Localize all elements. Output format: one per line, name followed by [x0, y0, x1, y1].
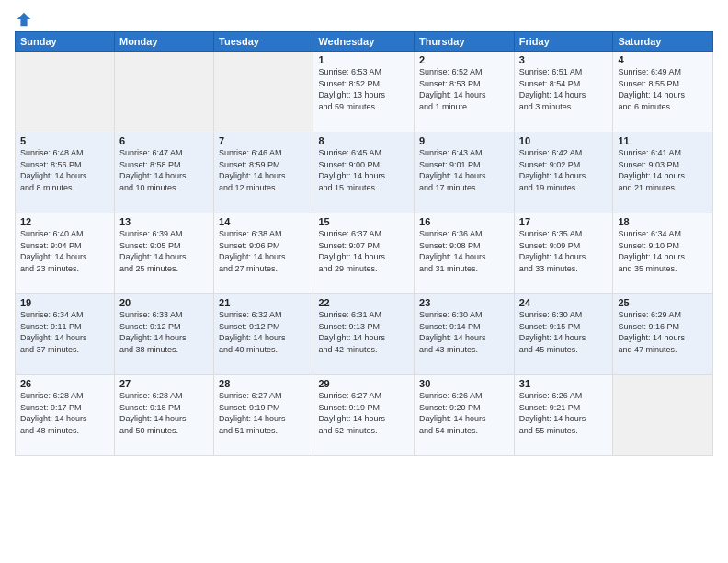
day-number: 25 [618, 297, 708, 308]
calendar-cell: 7Sunrise: 6:46 AM Sunset: 8:59 PM Daylig… [214, 132, 313, 213]
day-number: 9 [419, 135, 509, 146]
day-info: Sunrise: 6:48 AM Sunset: 8:56 PM Dayligh… [20, 147, 109, 193]
day-info: Sunrise: 6:34 AM Sunset: 9:11 PM Dayligh… [20, 309, 109, 355]
calendar-cell: 14Sunrise: 6:38 AM Sunset: 9:06 PM Dayli… [214, 213, 313, 294]
header [15, 11, 713, 24]
day-info: Sunrise: 6:30 AM Sunset: 9:15 PM Dayligh… [519, 309, 609, 355]
calendar-cell: 31Sunrise: 6:26 AM Sunset: 9:21 PM Dayli… [514, 375, 613, 456]
day-header-friday: Friday [514, 32, 613, 52]
day-header-tuesday: Tuesday [214, 32, 313, 52]
day-header-thursday: Thursday [415, 32, 515, 52]
svg-marker-0 [17, 13, 30, 26]
day-info: Sunrise: 6:34 AM Sunset: 9:10 PM Dayligh… [618, 228, 708, 274]
calendar-cell: 22Sunrise: 6:31 AM Sunset: 9:13 PM Dayli… [313, 294, 415, 375]
calendar-cell: 10Sunrise: 6:42 AM Sunset: 9:02 PM Dayli… [514, 132, 613, 213]
day-number: 4 [618, 54, 708, 65]
day-number: 18 [618, 216, 708, 227]
calendar-cell: 2Sunrise: 6:52 AM Sunset: 8:53 PM Daylig… [415, 52, 515, 132]
day-number: 3 [519, 54, 609, 65]
day-info: Sunrise: 6:29 AM Sunset: 9:16 PM Dayligh… [618, 309, 708, 355]
calendar-week-1: 1Sunrise: 6:53 AM Sunset: 8:52 PM Daylig… [16, 52, 713, 132]
calendar-cell: 25Sunrise: 6:29 AM Sunset: 9:16 PM Dayli… [613, 294, 713, 375]
calendar-cell: 6Sunrise: 6:47 AM Sunset: 8:58 PM Daylig… [114, 132, 213, 213]
day-header-monday: Monday [114, 32, 213, 52]
calendar-cell [613, 375, 713, 456]
calendar-cell: 18Sunrise: 6:34 AM Sunset: 9:10 PM Dayli… [613, 213, 713, 294]
day-number: 13 [119, 216, 209, 227]
day-number: 11 [618, 135, 708, 146]
calendar-cell: 30Sunrise: 6:26 AM Sunset: 9:20 PM Dayli… [415, 375, 515, 456]
day-info: Sunrise: 6:43 AM Sunset: 9:01 PM Dayligh… [419, 147, 509, 193]
day-number: 5 [20, 135, 109, 146]
day-number: 29 [318, 378, 409, 389]
day-info: Sunrise: 6:35 AM Sunset: 9:09 PM Dayligh… [519, 228, 609, 274]
calendar-cell: 29Sunrise: 6:27 AM Sunset: 9:19 PM Dayli… [313, 375, 415, 456]
day-header-saturday: Saturday [613, 32, 713, 52]
day-header-sunday: Sunday [16, 32, 115, 52]
day-info: Sunrise: 6:31 AM Sunset: 9:13 PM Dayligh… [318, 309, 409, 355]
day-info: Sunrise: 6:36 AM Sunset: 9:08 PM Dayligh… [419, 228, 509, 274]
day-info: Sunrise: 6:27 AM Sunset: 9:19 PM Dayligh… [219, 390, 308, 436]
day-info: Sunrise: 6:53 AM Sunset: 8:52 PM Dayligh… [318, 66, 409, 112]
day-info: Sunrise: 6:45 AM Sunset: 9:00 PM Dayligh… [318, 147, 409, 193]
calendar-table: SundayMondayTuesdayWednesdayThursdayFrid… [15, 31, 713, 456]
calendar-cell: 28Sunrise: 6:27 AM Sunset: 9:19 PM Dayli… [214, 375, 313, 456]
day-number: 15 [318, 216, 409, 227]
calendar-week-4: 19Sunrise: 6:34 AM Sunset: 9:11 PM Dayli… [16, 294, 713, 375]
day-number: 2 [419, 54, 509, 65]
day-number: 12 [20, 216, 109, 227]
calendar-cell: 17Sunrise: 6:35 AM Sunset: 9:09 PM Dayli… [514, 213, 613, 294]
calendar-cell: 12Sunrise: 6:40 AM Sunset: 9:04 PM Dayli… [16, 213, 115, 294]
calendar-cell: 11Sunrise: 6:41 AM Sunset: 9:03 PM Dayli… [613, 132, 713, 213]
day-number: 1 [318, 54, 409, 65]
calendar-cell [114, 52, 213, 132]
day-info: Sunrise: 6:33 AM Sunset: 9:12 PM Dayligh… [119, 309, 209, 355]
day-number: 20 [119, 297, 209, 308]
day-info: Sunrise: 6:39 AM Sunset: 9:05 PM Dayligh… [119, 228, 209, 274]
calendar-cell: 4Sunrise: 6:49 AM Sunset: 8:55 PM Daylig… [613, 52, 713, 132]
logo [15, 11, 32, 24]
day-info: Sunrise: 6:38 AM Sunset: 9:06 PM Dayligh… [219, 228, 308, 274]
day-info: Sunrise: 6:28 AM Sunset: 9:17 PM Dayligh… [20, 390, 109, 436]
calendar-cell [214, 52, 313, 132]
day-info: Sunrise: 6:41 AM Sunset: 9:03 PM Dayligh… [618, 147, 708, 193]
day-info: Sunrise: 6:40 AM Sunset: 9:04 PM Dayligh… [20, 228, 109, 274]
calendar-cell: 5Sunrise: 6:48 AM Sunset: 8:56 PM Daylig… [16, 132, 115, 213]
day-info: Sunrise: 6:51 AM Sunset: 8:54 PM Dayligh… [519, 66, 609, 112]
day-info: Sunrise: 6:32 AM Sunset: 9:12 PM Dayligh… [219, 309, 308, 355]
calendar-cell: 19Sunrise: 6:34 AM Sunset: 9:11 PM Dayli… [16, 294, 115, 375]
day-number: 7 [219, 135, 308, 146]
day-info: Sunrise: 6:52 AM Sunset: 8:53 PM Dayligh… [419, 66, 509, 112]
day-info: Sunrise: 6:47 AM Sunset: 8:58 PM Dayligh… [119, 147, 209, 193]
day-info: Sunrise: 6:49 AM Sunset: 8:55 PM Dayligh… [618, 66, 708, 112]
calendar-week-2: 5Sunrise: 6:48 AM Sunset: 8:56 PM Daylig… [16, 132, 713, 213]
day-number: 31 [519, 378, 609, 389]
page: SundayMondayTuesdayWednesdayThursdayFrid… [0, 0, 728, 563]
calendar-cell: 27Sunrise: 6:28 AM Sunset: 9:18 PM Dayli… [114, 375, 213, 456]
day-number: 16 [419, 216, 509, 227]
calendar-cell: 21Sunrise: 6:32 AM Sunset: 9:12 PM Dayli… [214, 294, 313, 375]
day-number: 8 [318, 135, 409, 146]
day-number: 26 [20, 378, 109, 389]
logo-icon [16, 11, 32, 28]
calendar-cell: 1Sunrise: 6:53 AM Sunset: 8:52 PM Daylig… [313, 52, 415, 132]
calendar-cell: 26Sunrise: 6:28 AM Sunset: 9:17 PM Dayli… [16, 375, 115, 456]
calendar-header-row: SundayMondayTuesdayWednesdayThursdayFrid… [16, 32, 713, 52]
day-number: 21 [219, 297, 308, 308]
day-info: Sunrise: 6:27 AM Sunset: 9:19 PM Dayligh… [318, 390, 409, 436]
calendar-cell: 20Sunrise: 6:33 AM Sunset: 9:12 PM Dayli… [114, 294, 213, 375]
day-info: Sunrise: 6:37 AM Sunset: 9:07 PM Dayligh… [318, 228, 409, 274]
calendar-week-3: 12Sunrise: 6:40 AM Sunset: 9:04 PM Dayli… [16, 213, 713, 294]
calendar-cell: 3Sunrise: 6:51 AM Sunset: 8:54 PM Daylig… [514, 52, 613, 132]
day-number: 27 [119, 378, 209, 389]
calendar-cell: 9Sunrise: 6:43 AM Sunset: 9:01 PM Daylig… [415, 132, 515, 213]
day-number: 22 [318, 297, 409, 308]
day-number: 30 [419, 378, 509, 389]
day-info: Sunrise: 6:30 AM Sunset: 9:14 PM Dayligh… [419, 309, 509, 355]
calendar-cell: 13Sunrise: 6:39 AM Sunset: 9:05 PM Dayli… [114, 213, 213, 294]
day-number: 17 [519, 216, 609, 227]
day-header-wednesday: Wednesday [313, 32, 415, 52]
calendar-cell: 15Sunrise: 6:37 AM Sunset: 9:07 PM Dayli… [313, 213, 415, 294]
day-number: 6 [119, 135, 209, 146]
calendar-cell: 24Sunrise: 6:30 AM Sunset: 9:15 PM Dayli… [514, 294, 613, 375]
